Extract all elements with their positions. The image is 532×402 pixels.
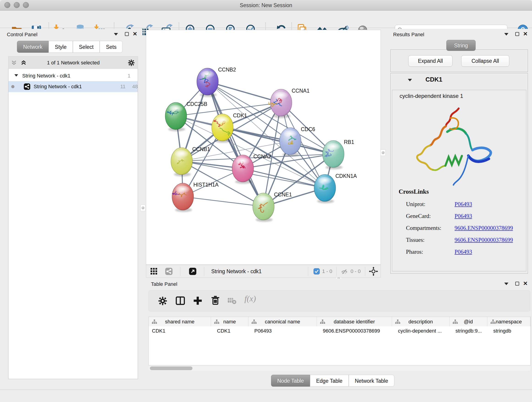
create-column-icon[interactable] bbox=[193, 296, 203, 306]
node-label-CCNA1: CCNA1 bbox=[292, 88, 310, 94]
crosslink-value-link[interactable]: P06493 bbox=[455, 201, 472, 207]
tab-network-table[interactable]: Network Table bbox=[349, 375, 394, 387]
show-column-icon[interactable] bbox=[175, 296, 185, 306]
cytoscape-window: { "window": { "title": "Session: New Ses… bbox=[0, 0, 532, 402]
crosslink-label: GeneCard: bbox=[406, 210, 455, 222]
table-row[interactable]: CDK1CDK1P064939606.ENSP00000378699cyclin… bbox=[149, 326, 530, 336]
column-header-database-identifier[interactable]: database identifier bbox=[317, 317, 392, 327]
column-header--id[interactable]: @id bbox=[450, 317, 487, 327]
column-header-namespace[interactable]: namespace bbox=[487, 317, 530, 327]
node-CDKN1A[interactable]: CDKN1A bbox=[314, 173, 357, 203]
left-splitter-handle[interactable] bbox=[140, 205, 146, 211]
scrollbar-thumb[interactable] bbox=[150, 366, 192, 370]
column-header-shared-name[interactable]: shared name bbox=[149, 317, 211, 327]
edge-CDK1-RB1[interactable] bbox=[222, 128, 333, 154]
window-title: Session: New Session bbox=[0, 0, 532, 11]
gene-collapse-icon[interactable] bbox=[408, 79, 412, 81]
node-CCNA1[interactable]: CCNA1 bbox=[269, 88, 310, 118]
network-list-header: 1 of 1 Network selected bbox=[8, 56, 138, 69]
crosslink-value-link[interactable]: 9606.ENSP00000378699 bbox=[455, 237, 513, 243]
panel-menu-icon[interactable] bbox=[114, 33, 118, 36]
expand-all-button[interactable]: Expand All bbox=[408, 55, 452, 67]
edge-CCNB2-CCNE1[interactable] bbox=[208, 82, 264, 206]
panel-float-icon[interactable] bbox=[515, 282, 519, 286]
table-cell[interactable]: CDK1 bbox=[211, 326, 248, 336]
panel-menu-icon[interactable] bbox=[504, 33, 508, 36]
node-label-HIST1H1A: HIST1H1A bbox=[193, 182, 219, 188]
column-header-description[interactable]: description bbox=[392, 317, 450, 327]
table-cell[interactable]: cyclin-dependent ... bbox=[392, 326, 450, 336]
crosslink-value-link[interactable]: P06493 bbox=[455, 249, 472, 255]
panel-menu-icon[interactable] bbox=[504, 283, 508, 285]
tab-sets[interactable]: Sets bbox=[100, 41, 123, 53]
function-builder-icon: f(x) bbox=[244, 294, 256, 303]
column-header-name[interactable]: name bbox=[211, 317, 248, 327]
tab-string[interactable]: String bbox=[446, 40, 476, 51]
birds-eye-view-icon[interactable] bbox=[369, 267, 378, 276]
network-tree-child-row[interactable]: String Network - cdk1 11 48 bbox=[8, 81, 138, 92]
detach-view-icon[interactable] bbox=[189, 268, 196, 275]
selected-checkbox-icon[interactable] bbox=[313, 268, 320, 274]
table-cell[interactable]: stringdb bbox=[487, 326, 530, 336]
tab-node-table[interactable]: Node Table bbox=[271, 375, 310, 387]
node-label-CDC6: CDC6 bbox=[301, 126, 315, 132]
delete-table-icon bbox=[228, 297, 237, 305]
hidden-eye-icon[interactable] bbox=[341, 268, 348, 275]
tab-style[interactable]: Style bbox=[49, 41, 73, 53]
tree-collapse-icon[interactable] bbox=[14, 74, 18, 77]
node-label-CCNB1: CCNB1 bbox=[192, 146, 210, 152]
table-settings-gear-icon[interactable] bbox=[158, 296, 167, 306]
table-cell[interactable]: CDK1 bbox=[149, 326, 211, 336]
crosslink-row: Uniprot:P06493 bbox=[406, 198, 520, 210]
node-CCNE1[interactable]: CCNE1 bbox=[253, 191, 292, 222]
node-label-RB1: RB1 bbox=[344, 139, 354, 145]
node-CCNB2[interactable]: CCNB2 bbox=[197, 67, 236, 97]
panel-float-icon[interactable] bbox=[515, 32, 519, 36]
crosslink-value-link[interactable]: P06493 bbox=[455, 213, 472, 219]
table-cell[interactable]: stringdb:9... bbox=[450, 326, 487, 336]
edge-HIST1H1A-CCNE1[interactable] bbox=[183, 197, 264, 206]
crosslink-row: Compartments:9606.ENSP00000378699 bbox=[406, 222, 520, 234]
grid-mode-icon[interactable] bbox=[150, 268, 158, 275]
node-CDC25B[interactable]: CDC25B bbox=[165, 101, 207, 131]
network-node-count: 11 bbox=[120, 81, 126, 92]
gene-symbol: CDK1 bbox=[425, 76, 443, 83]
table-cell[interactable]: 9606.ENSP00000378699 bbox=[317, 326, 392, 336]
right-splitter-handle[interactable] bbox=[380, 149, 386, 156]
string-network-graph[interactable]: CCNB2CCNA1CDC25BCDK1CDC6RB1CCNB1CCNA2CDK… bbox=[146, 30, 380, 264]
node-CCNB1[interactable]: CCNB1 bbox=[171, 146, 210, 177]
network-tree-root-row[interactable]: String Network - cdk1 1 bbox=[8, 70, 138, 81]
table-panel-title: Table Panel bbox=[151, 281, 177, 287]
network-edge-count: 48 bbox=[132, 81, 138, 92]
results-panel: Results Panel ✕ String Expand All Collap… bbox=[390, 29, 532, 278]
panel-close-icon[interactable]: ✕ bbox=[523, 281, 528, 286]
crosslink-label: Tissues: bbox=[406, 234, 455, 246]
edge-CCNB2-CCNA1[interactable] bbox=[208, 82, 281, 103]
node-label-CCNB2: CCNB2 bbox=[218, 67, 236, 73]
column-header-canonical-name[interactable]: canonical name bbox=[248, 317, 317, 327]
toolbar-separator bbox=[180, 267, 180, 276]
horizontal-scrollbar[interactable] bbox=[148, 366, 531, 371]
panel-close-icon[interactable]: ✕ bbox=[133, 32, 137, 36]
table-cell[interactable]: P06493 bbox=[248, 326, 317, 336]
tab-network[interactable]: Network bbox=[17, 41, 49, 53]
crosslink-row: Tissues:9606.ENSP00000378699 bbox=[406, 234, 520, 246]
gear-icon[interactable] bbox=[128, 59, 135, 66]
gene-description: cyclin-dependent kinase 1 bbox=[399, 93, 463, 99]
panel-close-icon[interactable]: ✕ bbox=[523, 32, 528, 36]
tab-select[interactable]: Select bbox=[73, 41, 100, 53]
tab-edge-table[interactable]: Edge Table bbox=[310, 375, 349, 387]
node-HIST1H1A[interactable]: HIST1H1A bbox=[172, 182, 219, 212]
collapse-all-button[interactable]: Collapse All bbox=[461, 55, 509, 67]
node-label-CDK1: CDK1 bbox=[233, 113, 247, 119]
crosslinks-list: Uniprot:P06493GeneCard:P06493Compartment… bbox=[406, 198, 520, 258]
node-CDC6[interactable]: CDC6 bbox=[279, 126, 315, 157]
node-RB1[interactable]: RB1 bbox=[323, 139, 354, 169]
network-canvas[interactable]: CCNB2CCNA1CDC25BCDK1CDC6RB1CCNB1CCNA2CDK… bbox=[146, 30, 381, 265]
node-label-CDKN1A: CDKN1A bbox=[336, 173, 357, 179]
crosslink-value-link[interactable]: 9606.ENSP00000378699 bbox=[455, 225, 513, 231]
toolbar-separator bbox=[204, 267, 204, 276]
panel-float-icon[interactable] bbox=[125, 32, 129, 36]
network-view-mode-icon[interactable] bbox=[165, 268, 173, 275]
delete-column-icon[interactable] bbox=[210, 295, 221, 306]
